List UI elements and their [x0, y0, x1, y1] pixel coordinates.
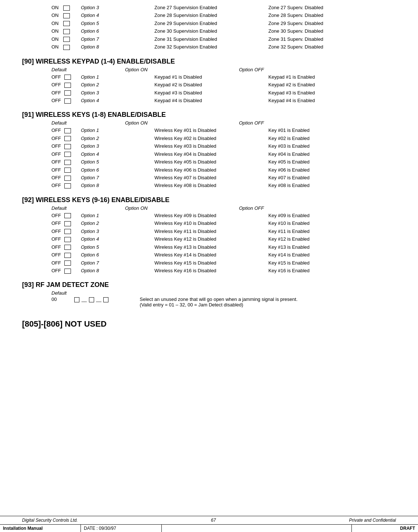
- row-off: Keypad #2 is Enabled: [268, 81, 315, 89]
- section-91-title: [91] WIRELESS KEYS (1-8) ENABLE/DISABLE: [22, 111, 396, 119]
- row-default: OFF: [51, 259, 81, 267]
- row-on: Wireless Key #15 is Disabled: [154, 259, 268, 267]
- checkbox: [64, 269, 71, 274]
- table-row: OFF Option 2 Wireless Key #10 is Disable…: [22, 219, 396, 227]
- section-91-headers: Default Option ON Option OFF: [22, 120, 396, 126]
- not-used-title: [805]-[806] NOT USED: [22, 319, 396, 329]
- row-off: Key #11 is Enabled: [268, 227, 310, 235]
- checkbox: [63, 13, 70, 18]
- row-off: Key #10 is Enabled: [268, 219, 310, 227]
- checkbox: [64, 229, 71, 234]
- row-option: Option 6: [81, 251, 154, 259]
- row-on: Keypad #1 is Disabled: [154, 73, 268, 81]
- row-off: Keypad #3 is Enabled: [268, 89, 315, 97]
- row-option: Option 4: [81, 235, 154, 243]
- row-default: OFF: [51, 150, 81, 158]
- table-row: ON Option 8 Zone 32 Supervision Enabled …: [22, 43, 396, 51]
- row-on: Wireless Key #10 is Disabled: [154, 219, 268, 227]
- row-on: Wireless Key #07 is Disabled: [154, 174, 268, 181]
- row-option: Option 1: [81, 73, 154, 81]
- row-on: Zone 32 Supervision Enabled: [154, 43, 268, 51]
- footer-top: Digital Security Controls Ltd. 67 Privat…: [0, 516, 418, 524]
- table-row: OFF Option 1 Keypad #1 is Disabled Keypa…: [22, 73, 396, 81]
- row-default: OFF: [51, 158, 81, 166]
- table-row: OFF Option 8 Wireless Key #08 is Disable…: [22, 181, 396, 189]
- header-on-90: Option ON: [125, 67, 239, 72]
- table-row: OFF Option 7 Wireless Key #07 is Disable…: [22, 174, 396, 181]
- row-on: Keypad #2 is Disabled: [154, 81, 268, 89]
- row-default: OFF: [51, 174, 81, 181]
- row-on: Keypad #4 is Disabled: [154, 97, 268, 104]
- row-default: OFF: [51, 227, 81, 235]
- row-default: OFF: [51, 126, 81, 134]
- rf-digit-box-1: [74, 297, 79, 302]
- table-row: ON Option 4 Zone 28 Supervision Enabled …: [22, 11, 396, 19]
- rf-description: Select an unused zone that will go open …: [140, 296, 297, 308]
- row-default: ON: [51, 35, 81, 43]
- table-row: OFF Option 1 Wireless Key #09 is Disable…: [22, 212, 396, 219]
- header-off-92: Option OFF: [239, 205, 264, 211]
- row-off: Zone 31 Superv. Disabled: [268, 35, 323, 43]
- row-off: Key #04 is Enabled: [268, 150, 310, 158]
- row-off: Key #14 is Enabled: [268, 251, 310, 259]
- row-on: Wireless Key #08 is Disabled: [154, 181, 268, 189]
- row-on: Wireless Key #05 is Disabled: [154, 158, 268, 166]
- header-default-92: Default: [51, 205, 125, 211]
- checkbox: [64, 221, 71, 226]
- row-option: Option 5: [81, 19, 154, 27]
- checkbox: [64, 183, 71, 188]
- row-on: Wireless Key #14 is Disabled: [154, 251, 268, 259]
- row-default: OFF: [51, 97, 81, 104]
- header-off-90: Option OFF: [239, 67, 264, 72]
- row-option: Option 8: [81, 267, 154, 274]
- row-on: Wireless Key #16 is Disabled: [154, 267, 268, 274]
- row-on: Wireless Key #11 is Disabled: [154, 227, 268, 235]
- header-on-92: Option ON: [125, 205, 239, 211]
- table-row: OFF Option 5 Wireless Key #05 is Disable…: [22, 158, 396, 166]
- row-off: Zone 29 Superv. Disabled: [268, 19, 323, 27]
- row-default: ON: [51, 11, 81, 19]
- section-90-title: [90] WIRELESS KEYPAD (1-4) ENABLE/DISABL…: [22, 58, 396, 65]
- row-off: Key #08 is Enabled: [268, 181, 310, 189]
- row-option: Option 1: [81, 126, 154, 134]
- row-off: Keypad #4 is Enabled: [268, 97, 315, 104]
- row-default: OFF: [51, 251, 81, 259]
- checkbox: [63, 37, 70, 42]
- checkbox: [63, 45, 70, 50]
- row-off: Key #12 is Enabled: [268, 235, 310, 243]
- row-on: Wireless Key #01 is Disabled: [154, 126, 268, 134]
- row-on: Keypad #3 is Disabled: [154, 89, 268, 97]
- row-off: Zone 28 Superv. Disabled: [268, 11, 323, 19]
- row-default: OFF: [51, 142, 81, 150]
- table-row: ON Option 5 Zone 29 Supervision Enabled …: [22, 19, 396, 27]
- footer-page: 67: [211, 518, 216, 523]
- row-option: Option 6: [81, 166, 154, 174]
- section-93-title: [93] RF JAM DETECT ZONE: [22, 281, 396, 289]
- row-option: Option 2: [81, 134, 154, 142]
- row-option: Option 4: [81, 150, 154, 158]
- page: ON Option 3 Zone 27 Supervision Enabled …: [0, 0, 418, 532]
- row-default: OFF: [51, 235, 81, 243]
- row-off: Keypad #1 is Enabled: [268, 73, 315, 81]
- row-default: OFF: [51, 134, 81, 142]
- table-row: OFF Option 3 Wireless Key #03 is Disable…: [22, 142, 396, 150]
- checkbox: [64, 144, 71, 149]
- checkbox: [64, 245, 71, 250]
- row-default: OFF: [51, 219, 81, 227]
- table-row: OFF Option 4 Wireless Key #04 is Disable…: [22, 150, 396, 158]
- checkbox: [64, 152, 71, 157]
- table-row: ON Option 3 Zone 27 Supervision Enabled …: [22, 4, 396, 11]
- footer-company: Digital Security Controls Ltd.: [22, 518, 78, 523]
- row-off: Zone 30 Superv. Disabled: [268, 27, 323, 35]
- row-option: Option 8: [81, 43, 154, 51]
- row-on: Wireless Key #04 is Disabled: [154, 150, 268, 158]
- table-row: OFF Option 3 Wireless Key #11 is Disable…: [22, 227, 396, 235]
- row-off: Key #06 is Enabled: [268, 166, 310, 174]
- row-default: OFF: [51, 81, 81, 89]
- table-row: OFF Option 8 Wireless Key #16 is Disable…: [22, 267, 396, 274]
- row-off: Key #15 is Enabled: [268, 259, 310, 267]
- row-on: Wireless Key #12 is Disabled: [154, 235, 268, 243]
- row-default: ON: [51, 27, 81, 35]
- table-row: OFF Option 7 Wireless Key #15 is Disable…: [22, 259, 396, 267]
- rf-jam-row: 00 __ __ Select an unused zone that will…: [22, 296, 396, 308]
